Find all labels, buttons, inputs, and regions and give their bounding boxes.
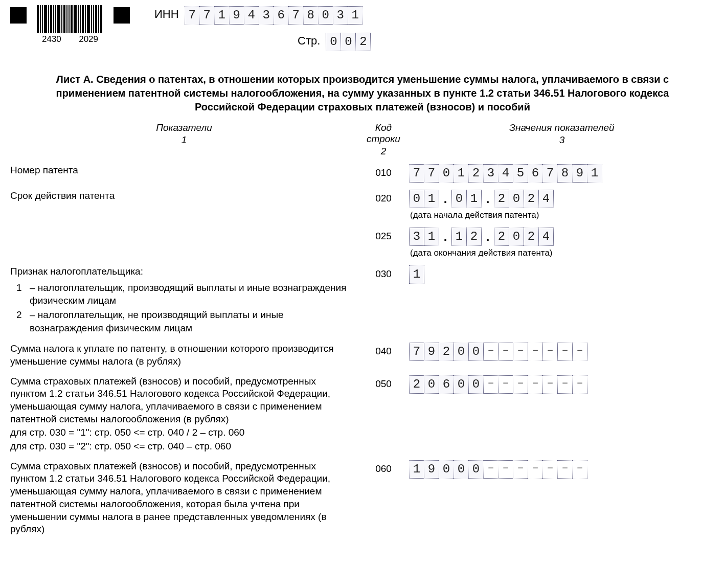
barcode-block: 2430 2029 — [37, 5, 103, 44]
row-040-value: 79200––––––– — [409, 343, 587, 361]
row-050-rule2: для стр. 030 = "2": стр. 050 <= стр. 040… — [10, 440, 353, 453]
inn-cells: 771943678031 — [185, 6, 363, 25]
row-060: Сумма страховых платежей (взносов) и пос… — [10, 460, 715, 536]
col1-header: Показатели — [10, 122, 358, 133]
row-040-label: Сумма налога к уплате по патенту, в отно… — [10, 343, 358, 368]
row-030-value: 1 — [409, 265, 424, 284]
row-060-code: 060 — [358, 460, 409, 474]
row-030-opt1-num: 1 — [16, 281, 30, 307]
page-cells: 002 — [326, 33, 371, 51]
col1-num: 1 — [10, 134, 358, 146]
dot-icon: . — [484, 190, 491, 208]
row-040: Сумма налога к уплате по патенту, в отно… — [10, 343, 715, 368]
row-020-dd: 01 — [409, 190, 439, 208]
page-label: Стр. — [298, 34, 320, 47]
col3-num: 3 — [409, 134, 715, 146]
row-030-opt2-num: 2 — [16, 308, 30, 334]
row-025-yyyy: 2024 — [494, 228, 554, 246]
col2-num: 2 — [358, 146, 409, 157]
row-040-code: 040 — [358, 343, 409, 357]
row-050: Сумма страховых платежей (взносов) и пос… — [10, 375, 715, 453]
row-020-mm: 01 — [451, 190, 482, 208]
header: 2430 2029 ИНН 771943678031 Стр. 002 — [10, 5, 715, 51]
dot-icon: . — [484, 228, 491, 245]
row-020-hint: (дата начала действия патента) — [409, 210, 715, 220]
row-025-mm: 12 — [451, 228, 482, 246]
barcode-num-2: 2029 — [79, 34, 98, 44]
col2-header-b: строки — [358, 133, 409, 145]
row-030-opt2-text: – налогоплательщик, не производящий выпл… — [30, 308, 353, 334]
dot-icon: . — [442, 190, 449, 208]
row-020-yyyy: 2024 — [494, 190, 554, 208]
marker-square-right — [114, 7, 130, 24]
barcode-num-1: 2430 — [42, 34, 61, 44]
row-025-hint: (дата окончания действия патента) — [409, 248, 715, 258]
row-030-opt1-text: – налогоплательщик, производящий выплаты… — [30, 281, 353, 307]
marker-square-left — [10, 7, 27, 24]
row-030-code: 030 — [358, 265, 409, 280]
row-010: Номер патента 010 7701234567891 — [10, 164, 715, 183]
row-010-value: 7701234567891 — [409, 164, 602, 183]
dot-icon: . — [442, 228, 449, 245]
row-025: 025 31 . 12 . 2024 (дата окончания дейст… — [10, 228, 715, 258]
col2-header-a: Код — [358, 122, 409, 133]
row-020: Срок действия патента 020 01 . 01 . 2024… — [10, 190, 715, 220]
row-060-label: Сумма страховых платежей (взносов) и пос… — [10, 460, 358, 536]
row-010-code: 010 — [358, 164, 409, 178]
row-060-value: 19000––––––– — [409, 460, 587, 479]
row-010-label: Номер патента — [10, 164, 358, 177]
col3-header: Значения показателей — [409, 122, 715, 133]
row-050-rule1: для стр. 030 = "1": стр. 050 <= стр. 040… — [10, 426, 353, 439]
barcode-icon — [37, 5, 103, 33]
row-020-code: 020 — [358, 190, 409, 204]
row-030-label: Признак налогоплательщика: — [10, 265, 353, 278]
row-050-label: Сумма страховых платежей (взносов) и пос… — [10, 375, 353, 426]
column-headers: Показатели 1 Код строки 2 Значения показ… — [10, 122, 715, 157]
row-050-code: 050 — [358, 375, 409, 390]
row-025-dd: 31 — [409, 228, 439, 246]
row-020-label: Срок действия патента — [10, 190, 358, 202]
row-030: Признак налогоплательщика: 1 – налогопла… — [10, 265, 715, 335]
inn-label: ИНН — [154, 8, 179, 20]
sheet-title: Лист А. Сведения о патентах, в отношении… — [46, 73, 679, 114]
row-050-value: 20600––––––– — [409, 375, 587, 394]
row-025-code: 025 — [358, 228, 409, 242]
